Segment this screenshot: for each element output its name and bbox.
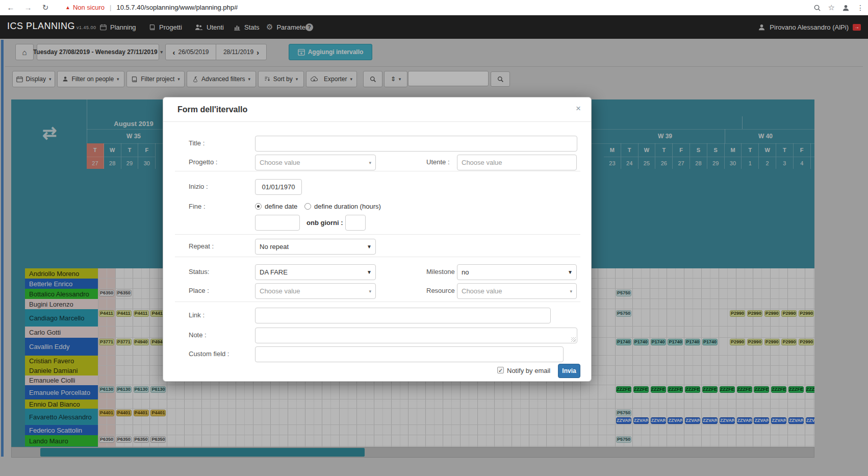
- progetto-select[interactable]: Choose value▾: [255, 155, 376, 170]
- app-version: v1.45.00: [76, 25, 96, 30]
- gear-icon: ⚙: [266, 22, 273, 32]
- title-label: Title :: [189, 139, 205, 147]
- reload-icon[interactable]: ↻: [39, 3, 52, 12]
- link-label: Link :: [189, 311, 205, 319]
- define-duration-label: define duration (hours): [314, 203, 381, 210]
- place-label: Place :: [189, 287, 209, 294]
- users-icon: [195, 24, 203, 31]
- kebab-menu-icon[interactable]: ⋮: [857, 4, 864, 12]
- progetto-label: Progetto :: [189, 158, 217, 166]
- app-navbar: ICS PLANNINGv1.45.00 PlanningProgettiUte…: [0, 15, 868, 39]
- nav-item-label: Planning: [110, 23, 136, 31]
- nav-item-label: Stats: [244, 23, 260, 31]
- nav-item-stats[interactable]: Stats: [234, 15, 260, 39]
- app-brand[interactable]: ICS PLANNINGv1.45.00: [7, 21, 96, 32]
- forward-icon[interactable]: →: [21, 3, 35, 12]
- place-select[interactable]: Choose value▾: [255, 283, 376, 299]
- select-caret-icon: ▼: [367, 244, 372, 249]
- resize-handle[interactable]: [571, 337, 576, 342]
- browser-bar: ← → ↻ ▲ Non sicuro | 10.5.7.40/soplannin…: [0, 0, 868, 15]
- inizio-label: Inizio :: [189, 183, 208, 190]
- nav-item-parameters[interactable]: ⚙Parameters: [266, 15, 311, 39]
- back-icon[interactable]: ←: [4, 3, 17, 12]
- app-screen: ← → ↻ ▲ Non sicuro | 10.5.7.40/soplannin…: [0, 0, 868, 476]
- chevron-down-icon: ▾: [570, 289, 572, 294]
- status-label: Status:: [189, 268, 209, 275]
- fine-label: Fine :: [189, 203, 206, 210]
- link-input[interactable]: [255, 308, 551, 323]
- profile-icon[interactable]: [842, 4, 850, 12]
- custom-field-label: Custom field :: [189, 350, 229, 358]
- utente-select[interactable]: Choose value: [457, 155, 577, 170]
- nav-item-label: Progetti: [159, 23, 182, 31]
- chevron-down-icon: ▾: [369, 289, 371, 294]
- nav-help-button[interactable]: ?: [305, 15, 314, 39]
- nb-giorni-input[interactable]: [345, 215, 366, 231]
- select-caret-icon: ▼: [367, 269, 372, 275]
- calendar-icon: [100, 24, 107, 31]
- status-select[interactable]: DA FARE▼: [255, 264, 376, 280]
- modal-title: Form dell'itervallo: [177, 105, 247, 114]
- logout-icon[interactable]: →: [853, 24, 861, 31]
- repeat-select[interactable]: No repeat▼: [255, 239, 376, 255]
- bookmark-star-icon[interactable]: ☆: [828, 3, 835, 12]
- notify-label: Notify by email: [507, 367, 550, 374]
- bar-chart-icon: [234, 24, 241, 31]
- title-input[interactable]: [255, 136, 577, 152]
- milestone-label: Milestone :: [426, 268, 458, 275]
- user-name: Pirovano Alessandro (AlPi): [770, 23, 849, 31]
- select-caret-icon: ▼: [568, 269, 573, 275]
- divider: [175, 171, 580, 171]
- note-label: Note :: [189, 331, 207, 339]
- define-date-label: define date: [265, 203, 297, 210]
- book-icon: [149, 24, 156, 31]
- interval-form-modal: Form dell'itervallo × Title : Progetto :…: [163, 97, 592, 382]
- divider: [175, 234, 580, 235]
- url-text[interactable]: 10.5.7.40/soplanning/www/planning.php#: [116, 4, 238, 11]
- utente-label: Utente :: [426, 158, 450, 166]
- repeat-label: Repeat :: [189, 242, 214, 250]
- url-divider: |: [110, 4, 111, 11]
- divider: [175, 257, 580, 257]
- resource-select[interactable]: Choose value▾: [457, 283, 577, 299]
- milestone-select[interactable]: no▼: [457, 264, 577, 280]
- note-textarea[interactable]: [255, 328, 577, 343]
- inizio-input[interactable]: [255, 179, 302, 195]
- chevron-down-icon: ▾: [369, 160, 371, 165]
- resource-label: Resource :: [426, 287, 458, 294]
- zoom-lens-icon[interactable]: [813, 4, 821, 12]
- custom-field-input[interactable]: [255, 346, 564, 362]
- modal-header: Form dell'itervallo ×: [163, 97, 591, 122]
- warning-icon: ▲: [65, 5, 70, 10]
- nb-giorni-label: onb giorni :: [307, 219, 343, 227]
- fine-date-input[interactable]: [255, 215, 300, 231]
- help-icon: ?: [305, 23, 314, 32]
- nav-item-utenti[interactable]: Utenti: [195, 15, 224, 39]
- user-menu[interactable]: Pirovano Alessandro (AlPi) →: [758, 15, 861, 39]
- security-warning[interactable]: Non sicuro: [73, 4, 105, 11]
- user-icon: [758, 23, 765, 31]
- define-date-radio[interactable]: [255, 203, 262, 210]
- invia-button[interactable]: Invia: [558, 364, 580, 378]
- nav-item-label: Utenti: [207, 23, 224, 31]
- nav-item-planning[interactable]: Planning: [100, 15, 136, 39]
- close-icon[interactable]: ×: [576, 104, 581, 114]
- svg-text:?: ?: [308, 24, 311, 30]
- divider: [175, 302, 580, 302]
- notify-checkbox[interactable]: ✓: [497, 367, 504, 373]
- nav-item-progetti[interactable]: Progetti: [149, 15, 182, 39]
- define-duration-radio[interactable]: [304, 203, 311, 210]
